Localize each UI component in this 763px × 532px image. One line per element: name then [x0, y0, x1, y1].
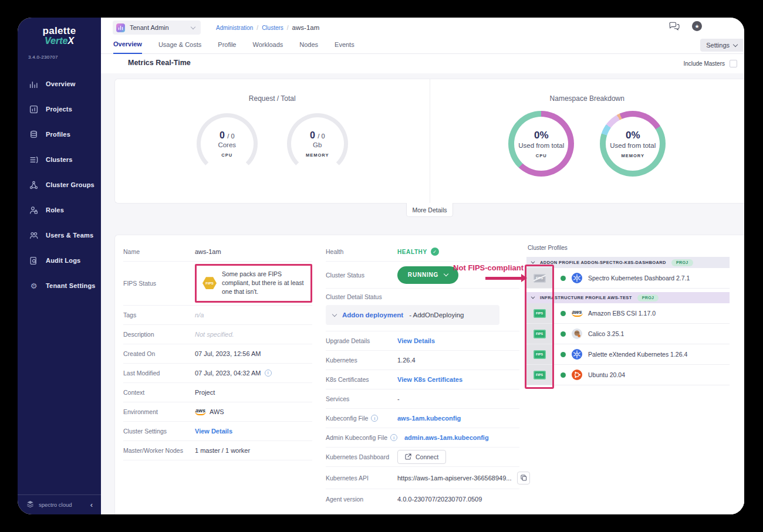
detail-row-fips-status: FIPS Status FIPS Some packs are FIPS com… — [123, 262, 312, 306]
calico-logo-icon — [572, 328, 582, 339]
sidebar-item-cluster-groups[interactable]: Cluster Groups — [18, 172, 101, 198]
sidebar-item-clusters[interactable]: Clusters — [18, 147, 101, 172]
view-k8s-certificates-link[interactable]: View K8s Certificates — [397, 376, 519, 383]
pack-row-spectro-kubernetes-dashboard[interactable]: FIPS Spectro Kubernetes Dashboard 2.7.1 — [526, 268, 730, 289]
admin-kubeconfig-file-link[interactable]: admin.aws-1am.kubeconfig — [404, 434, 519, 441]
dashboard-connect-button[interactable]: Connect — [397, 450, 446, 464]
cluster-profiles-column: Cluster Profiles ADDON PROFILE ADDON-SPE… — [526, 242, 730, 385]
fips-shield-icon: FIPS — [202, 277, 217, 289]
sidebar-nav: Overview Projects Profiles Clusters Clus… — [18, 72, 101, 299]
request-total-title: Request / Total — [115, 94, 430, 103]
tab-profile[interactable]: Profile — [218, 41, 236, 53]
detail-row-agent-version: Agent version 4.0.0-230707/20230707.0509 — [326, 489, 519, 509]
include-masters-control: Include Masters — [683, 60, 737, 67]
cluster-settings-view-details-link[interactable]: View Details — [195, 428, 312, 435]
fips-compliant-icon: FIPS — [534, 330, 546, 338]
infrastructure-profile-header[interactable]: INFRASTRUCTURE PROFILE AWS-TEST PROJ — [526, 292, 730, 303]
cluster-profiles-title: Cluster Profiles — [528, 245, 730, 251]
namespace-cpu-donut: 0% Used from total CPU — [508, 111, 574, 177]
sidebar-item-tenant-settings[interactable]: ⚙ Tenant Settings — [18, 273, 101, 299]
cluster-detail-status-box[interactable]: Addon deployment - AddOnDeploying — [326, 305, 499, 325]
content-area: Metrics Real-Time Include Masters Reques… — [101, 55, 744, 514]
kubeconfig-file-link[interactable]: aws-1am.kubeconfig — [397, 415, 519, 422]
status-details-column: Health HEALTHY✓ Cluster Status RUNNING — [326, 242, 519, 509]
pack-row-amazon-ebs-csi[interactable]: FIPS aws Amazon EBS CSI 1.17.0 — [526, 303, 730, 324]
tab-nodes[interactable]: Nodes — [299, 41, 318, 53]
pack-row-palette-extended-kubernetes[interactable]: FIPS Palette eXtended Kubernetes 1.26.4 — [526, 344, 730, 365]
breadcrumb-separator: / — [256, 25, 258, 31]
gear-icon: ⚙ — [29, 282, 38, 290]
sidebar-item-label: Cluster Groups — [46, 181, 94, 188]
info-icon[interactable]: i — [390, 434, 397, 441]
tab-events[interactable]: Events — [335, 41, 355, 53]
tab-workloads[interactable]: Workloads — [252, 41, 283, 53]
detail-row-admin-kubeconfig: Admin Kubeconfig Filei admin.aws-1am.kub… — [326, 428, 519, 448]
tab-overview[interactable]: Overview — [113, 40, 142, 54]
sidebar-item-users-teams[interactable]: Users & Teams — [18, 223, 101, 248]
pack-status-dot — [561, 311, 566, 316]
whats-new-icon[interactable]: ★ — [692, 21, 702, 31]
health-status-value: HEALTHY — [397, 249, 427, 255]
pack-status-dot — [561, 352, 566, 357]
copy-icon[interactable] — [517, 472, 530, 484]
sidebar-item-overview[interactable]: Overview — [18, 72, 101, 97]
logo-x: X — [67, 36, 74, 46]
metrics-header-band — [101, 55, 744, 73]
connect-button-label: Connect — [416, 453, 438, 460]
include-masters-checkbox[interactable] — [730, 60, 737, 67]
sidebar-item-profiles[interactable]: Profiles — [18, 122, 101, 147]
namespace-memory-donut: 0% Used from total MEMORY — [600, 111, 666, 177]
sidebar-item-label: Users & Teams — [46, 232, 93, 239]
more-details-button[interactable]: More Details — [406, 203, 453, 217]
cpu-used-caption: Used from total — [518, 142, 564, 149]
fips-compliant-icon: FIPS — [534, 309, 546, 318]
proj-badge: PROJ — [637, 294, 659, 301]
sidebar-item-roles[interactable]: Roles — [18, 198, 101, 223]
detail-row-master-worker-nodes: Master/Worker Nodes 1 master / 1 worker — [123, 441, 312, 460]
detail-row-name: Name aws-1am — [123, 242, 312, 262]
info-icon[interactable]: i — [371, 415, 378, 422]
pack-row-calico[interactable]: FIPS Calico 3.25.1 — [526, 324, 730, 344]
footer-brand: spectro cloud — [39, 501, 72, 508]
scope-selector[interactable]: Tenant Admin — [113, 21, 201, 35]
detail-row-kubernetes-version: Kubernetes 1.26.4 — [326, 351, 519, 370]
detail-status-separator: - — [409, 311, 411, 318]
detail-row-kubeconfig: Kubeconfig Filei aws-1am.kubeconfig — [326, 409, 519, 428]
fips-compliant-icon: FIPS — [534, 371, 546, 379]
fips-compliant-icon: FIPS — [534, 350, 546, 359]
namespace-breakdown-panel: Namespace Breakdown 0% Used from total C… — [430, 79, 745, 203]
pack-name: Palette eXtended Kubernetes 1.26.4 — [588, 351, 687, 358]
cluster-groups-icon — [29, 181, 38, 189]
detail-row-kubernetes-dashboard: Kubernetes Dashboard Connect — [326, 448, 519, 467]
upgrade-view-details-link[interactable]: View Details — [397, 337, 519, 344]
tags-value: n/a — [195, 311, 312, 318]
pack-row-ubuntu[interactable]: FIPS Ubuntu 20.04 — [526, 365, 730, 385]
app-version: 3.4.0-230707 — [28, 55, 101, 60]
memory-unit: Gb — [313, 141, 322, 148]
metrics-card: Request / Total 0 / 0 Cores CPU 0 / 0 Gb… — [114, 79, 744, 204]
master-worker-nodes-value: 1 master / 1 worker — [195, 447, 312, 454]
settings-button[interactable]: Settings — [700, 39, 743, 52]
infrastructure-profile-header-label: INFRASTRUCTURE PROFILE AWS-TEST — [540, 295, 632, 300]
detail-row-health: Health HEALTHY✓ — [326, 242, 519, 262]
pack-status-dot — [561, 331, 566, 337]
cpu-gauge: 0 / 0 Cores CPU — [197, 113, 258, 174]
top-header: Tenant Admin Administration / Clusters /… — [101, 18, 744, 38]
breadcrumb-clusters[interactable]: Clusters — [262, 25, 283, 31]
fips-cell: FIPS — [526, 303, 552, 323]
info-icon[interactable]: i — [265, 370, 272, 377]
breadcrumb-administration[interactable]: Administration — [216, 25, 253, 31]
tab-usage-costs[interactable]: Usage & Costs — [158, 41, 201, 53]
settings-button-label: Settings — [706, 42, 730, 49]
chevron-down-icon — [531, 260, 535, 264]
sidebar-item-audit-logs[interactable]: Audit Logs — [18, 248, 101, 273]
addon-profile-header[interactable]: ADDON PROFILE ADDON-SPECTRO-K8S-DASHBOAR… — [526, 257, 730, 268]
sidebar-item-projects[interactable]: Projects — [18, 97, 101, 122]
annotation-label: Not FIPS-compliant — [453, 263, 524, 272]
chat-icon[interactable] — [669, 22, 680, 31]
addon-deployment-link[interactable]: Addon deployment — [342, 311, 403, 318]
projects-icon — [29, 105, 38, 114]
pack-name: Calico 3.25.1 — [588, 330, 624, 337]
aws-logo-icon: aws — [572, 308, 582, 318]
sidebar-collapse-icon[interactable]: ‹ — [90, 500, 93, 509]
